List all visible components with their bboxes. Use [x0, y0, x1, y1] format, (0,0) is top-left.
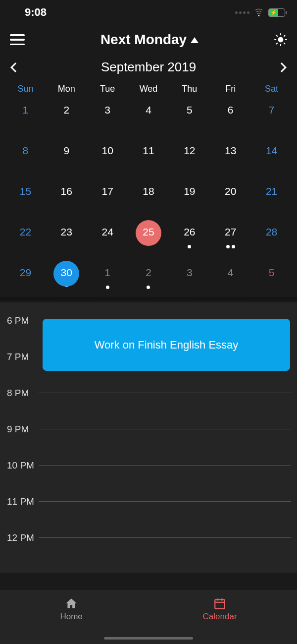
calendar-day[interactable]: 25 [128, 216, 169, 257]
home-indicator [104, 637, 193, 640]
battery-icon: ⚡ [268, 8, 285, 17]
event-title: Work on Finish English Essay [95, 339, 239, 351]
calendar-day[interactable]: 3 [87, 94, 128, 135]
calendar-day[interactable]: 9 [46, 135, 87, 176]
event-card[interactable]: Work on Finish English Essay [43, 319, 290, 371]
dropdown-up-icon [191, 37, 198, 43]
svg-rect-9 [215, 599, 225, 608]
calendar-day[interactable]: 27 [210, 216, 251, 257]
weekday-label: Mon [46, 84, 87, 94]
calendar-day[interactable]: 8 [5, 135, 46, 176]
calendar-day[interactable]: 10 [87, 135, 128, 176]
hour-label: 10 PM [0, 460, 39, 471]
tab-bar: Home Calendar [0, 590, 297, 644]
home-icon [65, 597, 78, 610]
prev-month-button[interactable] [10, 62, 20, 72]
weekday-label: Sun [5, 84, 46, 94]
weekday-label: Thu [169, 84, 210, 94]
weekday-label: Wed [128, 84, 169, 94]
hour-label: 9 PM [0, 424, 39, 435]
calendar-day[interactable]: 2 [128, 257, 169, 297]
calendar-day[interactable]: 19 [169, 176, 210, 216]
hour-label: 12 PM [0, 532, 39, 543]
tab-home-label: Home [60, 612, 82, 622]
next-month-button[interactable] [277, 62, 287, 72]
calendar-day[interactable]: 6 [210, 94, 251, 135]
hour-row: 9 PM [0, 411, 291, 447]
calendar-day[interactable]: 24 [87, 216, 128, 257]
weekday-row: SunMonTueWedThuFriSat [0, 84, 297, 94]
cell-dots-icon [235, 11, 249, 14]
weekday-label: Tue [87, 84, 128, 94]
wifi-icon [253, 8, 264, 17]
status-right: ⚡ [235, 8, 285, 17]
calendar-day[interactable]: 1 [87, 257, 128, 297]
tab-calendar[interactable]: Calendar [203, 597, 237, 622]
calendar-day[interactable]: 11 [128, 135, 169, 176]
hour-label: 11 PM [0, 496, 39, 507]
hour-row: 10 PM [0, 447, 291, 483]
calendar-day[interactable]: 29 [5, 257, 46, 297]
hour-line [39, 501, 291, 502]
hour-label: 6 PM [0, 315, 39, 326]
menu-icon[interactable] [10, 34, 25, 45]
calendar-grid: 1234567891011121314151617181920212223242… [0, 94, 297, 297]
calendar-day[interactable]: 21 [251, 176, 292, 216]
hour-label: 8 PM [0, 388, 39, 399]
month-nav: September 2019 [0, 55, 297, 84]
calendar-day[interactable]: 14 [251, 135, 292, 176]
schedule[interactable]: Work on Finish English Essay 6 PM7 PM8 P… [0, 302, 297, 573]
status-bar: 9:08 ⚡ [0, 0, 297, 25]
calendar-day[interactable]: 15 [5, 176, 46, 216]
calendar-day[interactable]: 20 [210, 176, 251, 216]
hour-line [39, 429, 291, 429]
calendar-icon [213, 597, 226, 610]
theme-icon[interactable] [274, 33, 287, 46]
calendar-day[interactable]: 2 [46, 94, 87, 135]
divider [0, 297, 297, 302]
hour-row: 8 PM [0, 375, 291, 411]
svg-line-4 [284, 43, 285, 44]
calendar-day[interactable]: 22 [5, 216, 46, 257]
view-title: Next Monday [100, 32, 187, 48]
hour-label: 7 PM [0, 351, 39, 362]
svg-line-7 [277, 43, 278, 44]
hour-row: 11 PM [0, 483, 291, 520]
calendar-day[interactable]: 4 [128, 94, 169, 135]
calendar-day[interactable]: 16 [46, 176, 87, 216]
calendar-day[interactable]: 7 [251, 94, 292, 135]
status-time: 9:08 [25, 6, 47, 19]
app-header: Next Monday [0, 25, 297, 55]
hour-line [39, 465, 291, 466]
weekday-label: Sat [251, 84, 292, 94]
svg-line-3 [277, 36, 278, 37]
calendar-day[interactable]: 23 [46, 216, 87, 257]
hour-row: 12 PM [0, 520, 291, 556]
hour-line [39, 537, 291, 538]
calendar-day[interactable]: 5 [251, 257, 292, 297]
tab-calendar-label: Calendar [203, 612, 237, 622]
calendar-day[interactable]: 3 [169, 257, 210, 297]
tab-home[interactable]: Home [60, 597, 82, 622]
calendar-day[interactable]: 12 [169, 135, 210, 176]
calendar-day[interactable]: 13 [210, 135, 251, 176]
calendar-day[interactable]: 30 [46, 257, 87, 297]
hour-line [39, 393, 291, 393]
calendar-day[interactable]: 18 [128, 176, 169, 216]
svg-point-0 [278, 37, 284, 43]
month-label: September 2019 [101, 59, 196, 75]
weekday-label: Fri [210, 84, 251, 94]
calendar-day[interactable]: 26 [169, 216, 210, 257]
svg-line-8 [284, 36, 285, 37]
calendar-day[interactable]: 5 [169, 94, 210, 135]
calendar-day[interactable]: 28 [251, 216, 292, 257]
calendar-day[interactable]: 4 [210, 257, 251, 297]
calendar-day[interactable]: 1 [5, 94, 46, 135]
view-selector[interactable]: Next Monday [100, 32, 198, 48]
calendar-day[interactable]: 17 [87, 176, 128, 216]
